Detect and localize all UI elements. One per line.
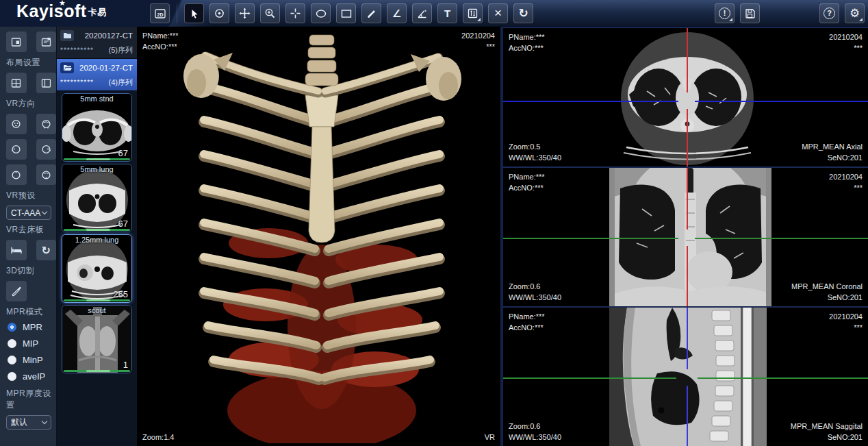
- mpr-mode-radio-aveip[interactable]: aveIP: [8, 371, 56, 382]
- settings-button[interactable]: ⚙: [845, 3, 865, 23]
- info-button[interactable]: !: [715, 3, 735, 23]
- ct-sagittal-image: [609, 308, 767, 446]
- series-thumb-5mm-stnd[interactable]: 5mm stnd 67: [62, 93, 132, 162]
- sagittal-crosshair-vertical-top[interactable]: [687, 308, 688, 369]
- crosshair-tool-button[interactable]: [285, 3, 305, 23]
- vr-volume-render: [178, 32, 465, 443]
- measure-line-button[interactable]: [361, 3, 381, 23]
- vr-date: 20210204: [461, 30, 495, 41]
- cine-scroll-button[interactable]: [209, 3, 229, 23]
- thumb-scout-image: [62, 306, 132, 373]
- study-item-2[interactable]: 2020-01-27-CT ********** (4)序列: [57, 59, 137, 91]
- help-button[interactable]: ?: [819, 3, 839, 23]
- vr-preset-select[interactable]: CT-AAA: [6, 206, 51, 220]
- mpr-thickness-select[interactable]: 默认: [6, 415, 51, 430]
- coronal-study-overlay: 20210204***: [829, 171, 863, 193]
- layout-section-label: 布局设置: [6, 57, 56, 69]
- remove-bed-button[interactable]: [6, 240, 27, 260]
- axial-crosshair-vertical-bottom[interactable]: [687, 109, 688, 166]
- radio-icon: [8, 356, 16, 364]
- thumb-progress-bar: [64, 370, 130, 372]
- layout-custom-button[interactable]: [36, 32, 57, 52]
- vr-orient-posterior-button[interactable]: [36, 114, 57, 134]
- image-2d-icon: 2D: [154, 8, 166, 20]
- text-annotation-button[interactable]: T: [437, 3, 457, 23]
- cobb-angle-icon: [416, 8, 429, 19]
- axial-mode-overlay: MPR_MEAN AxialSeNO:201: [802, 141, 863, 163]
- pan-icon: [239, 8, 251, 19]
- rectangle-roi-button[interactable]: [336, 3, 356, 23]
- cursor-tool-button[interactable]: [184, 3, 204, 23]
- series-thumb-125mm-lung[interactable]: 1.25mm lung 265: [62, 234, 132, 303]
- delete-annotation-button[interactable]: ×: [488, 3, 508, 23]
- vr-orient-superior-button[interactable]: [6, 164, 27, 185]
- vr-patient-overlay: PName:*** AccNO:***: [142, 30, 179, 52]
- mpr-thickness-value: 默认: [11, 417, 27, 428]
- angle-tool-button[interactable]: ∠: [387, 3, 407, 23]
- mpr-coronal-viewport[interactable]: PName:***AccNO:*** 20210204*** Zoom:0.6W…: [503, 166, 868, 306]
- system-tools: ? ⚙: [819, 3, 865, 23]
- angle-icon: ∠: [392, 8, 401, 20]
- crosshair-icon: [290, 8, 301, 19]
- chevron-down-icon: [42, 209, 47, 214]
- zoom-tool-button[interactable]: [260, 3, 280, 23]
- study-masked-id: **********: [60, 79, 94, 86]
- chevron-down-icon: [42, 419, 47, 424]
- layout-grid-2x2-button[interactable]: [6, 73, 27, 93]
- thumb-image-count: 265: [113, 289, 128, 299]
- series-thumb-scout[interactable]: scout 1: [62, 305, 132, 373]
- series-thumb-5mm-lung[interactable]: 5mm lung 67: [62, 164, 132, 232]
- folder-closed-icon: [60, 30, 74, 41]
- head-left-icon: [10, 144, 22, 156]
- layout-left-panel-button[interactable]: [36, 73, 57, 93]
- vr-stars: ***: [461, 41, 495, 52]
- study-title: 2020-01-27-CT: [77, 64, 133, 72]
- coronal-crosshair-vertical-top[interactable]: [687, 168, 688, 230]
- vr-mode-overlay: VR: [485, 432, 495, 443]
- cobb-angle-button[interactable]: [412, 3, 432, 23]
- save-button[interactable]: [740, 3, 760, 23]
- reset-icon: ↻: [42, 244, 51, 257]
- vr-orient-inferior-button[interactable]: [36, 164, 57, 185]
- vr-orient-anterior-button[interactable]: [6, 114, 27, 134]
- study-item-1[interactable]: 20200127-CT ********** (5)序列: [57, 27, 137, 59]
- coronal-crosshair-horizontal-left[interactable]: [503, 238, 678, 239]
- layout-single-view-button[interactable]: [6, 32, 27, 52]
- top-toolbar: Kayisoft★卡易 2D: [0, 0, 868, 27]
- vr-accno: AccNO:***: [142, 41, 179, 52]
- mpr-sagittal-viewport[interactable]: PName:***AccNO:*** 20210204*** Zoom:0.6W…: [503, 306, 868, 446]
- coronal-crosshair-vertical-bottom[interactable]: [687, 246, 688, 306]
- reset-view-button[interactable]: ↻: [513, 3, 533, 23]
- vr-study-overlay: 20210204 ***: [461, 30, 495, 52]
- view-2d-button[interactable]: 2D: [150, 3, 170, 23]
- axial-crosshair-horizontal-left[interactable]: [503, 101, 678, 102]
- vr-preset-label: VR预设: [6, 190, 56, 201]
- vr-viewport[interactable]: PName:*** AccNO:*** 20210204 *** Zoom:1.…: [137, 27, 502, 446]
- logo-star-icon: ★: [59, 0, 66, 8]
- series-panel: 20200127-CT ********** (5)序列 2020-01-27-…: [57, 27, 137, 446]
- mpr-mode-radio-mip[interactable]: MIP: [8, 338, 56, 349]
- sagittal-crosshair-horizontal-left[interactable]: [503, 377, 676, 379]
- axial-crosshair-horizontal-right[interactable]: [695, 101, 868, 102]
- coronal-zoom-overlay: Zoom:0.6WW/WL:350/40: [509, 281, 561, 303]
- vr-reset-button[interactable]: ↻: [36, 240, 57, 260]
- sagittal-crosshair-vertical-bottom[interactable]: [687, 386, 688, 446]
- window-level-button[interactable]: [463, 3, 483, 23]
- coronal-crosshair-horizontal-right[interactable]: [695, 238, 868, 239]
- ellipse-roi-button[interactable]: [311, 3, 331, 23]
- scalpel-cut-button[interactable]: [6, 281, 27, 301]
- mpr-mode-radio-mpr[interactable]: MPR: [8, 322, 56, 332]
- mpr-thickness-label: MPR厚度设置: [6, 388, 56, 411]
- mpr-axial-viewport[interactable]: PName:***AccNO:*** 20210204*** Zoom:0.5W…: [503, 27, 868, 166]
- mpr-mode-radio-minp[interactable]: MinP: [8, 355, 56, 365]
- vr-orient-right-button[interactable]: [36, 139, 57, 160]
- axial-crosshair-vertical-top[interactable]: [687, 28, 688, 92]
- radio-label: aveIP: [23, 371, 45, 382]
- vr-orient-left-button[interactable]: [6, 139, 27, 160]
- cursor-icon: [189, 8, 200, 19]
- pan-tool-button[interactable]: [235, 3, 255, 23]
- study-series-count: (4)序列: [109, 77, 133, 88]
- ct-coronal-image: [609, 168, 771, 306]
- sagittal-crosshair-horizontal-right[interactable]: [698, 377, 868, 379]
- gear-icon: ⚙: [850, 6, 860, 21]
